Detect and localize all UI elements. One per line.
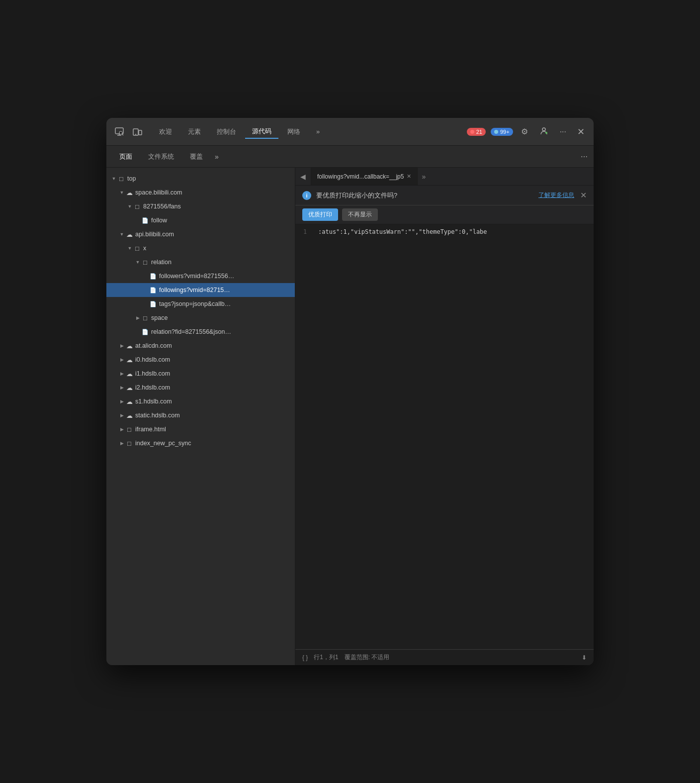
tree-item-relation[interactable]: ▼ □ relation xyxy=(106,255,295,269)
svg-point-6 xyxy=(545,132,547,134)
label-i1-hdslb: i1.hdslb.com xyxy=(135,370,170,377)
tab-elements[interactable]: 元素 xyxy=(181,125,208,138)
tab-network[interactable]: 网络 xyxy=(280,125,307,138)
tab-filesystem[interactable]: 文件系统 xyxy=(141,150,181,163)
tree-item-followings[interactable]: 📄 followings?vmid=82715… xyxy=(106,283,295,297)
editor-tabs: ◀ followings?vmid...callback=__jp5 ✕ » xyxy=(295,168,594,186)
arrow-relation: ▼ xyxy=(134,259,141,266)
label-iframe: iframe.html xyxy=(135,426,166,433)
tree-item-static-hdslb[interactable]: ▶ ☁ static.hdslb.com xyxy=(106,408,295,422)
banner-info-icon: i xyxy=(302,191,311,200)
banner-close-icon[interactable]: ✕ xyxy=(580,191,587,200)
tabbar-right: ⋯ xyxy=(581,153,588,161)
label-tags: tags?jsonp=jsonp&callb… xyxy=(159,300,231,307)
file-icon-followers: 📄 xyxy=(149,272,157,280)
file-tree: ▼ □ top ▼ ☁ space.bilibili.com ▼ □ 82715… xyxy=(106,168,295,665)
tree-item-8271556-fans[interactable]: ▼ □ 8271556/fans xyxy=(106,199,295,213)
tree-item-tags[interactable]: 📄 tags?jsonp=jsonp&callb… xyxy=(106,297,295,311)
close-button[interactable]: ✕ xyxy=(574,125,588,138)
label-fans: 8271556/fans xyxy=(143,203,181,210)
label-followers: followers?vmid=8271556… xyxy=(159,273,234,280)
code-editor[interactable]: 1 :atus":1,"vipStatusWarn":"","themeType… xyxy=(295,224,594,649)
banner-learn-more-link[interactable]: 了解更多信息 xyxy=(538,191,574,199)
tree-item-i2-hdslb[interactable]: ▶ ☁ i2.hdslb.com xyxy=(106,381,295,394)
arrow-i2-hdslb: ▶ xyxy=(118,384,125,391)
label-top: top xyxy=(127,175,136,182)
arrow-static-hdslb: ▶ xyxy=(118,412,125,419)
label-relation-file: relation?fid=8271556&json… xyxy=(151,328,231,335)
settings-icon[interactable]: ⚙ xyxy=(518,126,531,137)
inspect-icon[interactable] xyxy=(112,125,126,139)
banner-actions: 了解更多信息 ✕ xyxy=(538,191,587,200)
label-s1-hdslb: s1.hdslb.com xyxy=(135,398,172,405)
tree-item-i1-hdslb[interactable]: ▶ ☁ i1.hdslb.com xyxy=(106,367,295,381)
editor-tab-filename: followings?vmid...callback=__jp5 xyxy=(317,173,404,180)
status-coverage: 覆盖范围: 不适用 xyxy=(345,653,390,662)
label-static-hdslb: static.hdslb.com xyxy=(135,412,180,419)
error-count: 21 xyxy=(476,129,482,135)
more-tabs-icon[interactable]: » xyxy=(309,126,327,137)
line-content-1: :atus":1,"vipStatusWarn":"","themeType":… xyxy=(318,228,487,235)
warning-badge: 99+ xyxy=(491,128,513,136)
tree-item-followers[interactable]: 📄 followers?vmid=8271556… xyxy=(106,269,295,283)
ellipsis-icon[interactable]: ··· xyxy=(557,126,569,137)
label-x: x xyxy=(143,245,146,252)
tab-overrides[interactable]: 覆盖 xyxy=(183,150,210,163)
editor-back-icon[interactable]: ◀ xyxy=(295,168,311,185)
folder-icon-fans: □ xyxy=(133,202,141,210)
tree-item-follow[interactable]: 📄 follow xyxy=(106,213,295,227)
cloud-icon-alicdn: ☁ xyxy=(125,342,133,350)
cloud-icon-api-bilibili: ☁ xyxy=(125,230,133,238)
label-space: space xyxy=(151,314,168,321)
main-content: ▼ □ top ▼ ☁ space.bilibili.com ▼ □ 82715… xyxy=(106,168,594,665)
file-icon-followings: 📄 xyxy=(149,286,157,294)
warning-dot xyxy=(494,130,498,134)
arrow-top: ▼ xyxy=(110,175,117,182)
folder-icon-space: □ xyxy=(141,314,149,322)
tree-item-s1-hdslb[interactable]: ▶ ☁ s1.hdslb.com xyxy=(106,394,295,408)
folder-icon-top: □ xyxy=(117,175,125,183)
arrow-followers xyxy=(142,273,149,280)
label-relation: relation xyxy=(151,259,172,266)
tab-console[interactable]: 控制台 xyxy=(210,125,243,138)
pretty-print-button[interactable]: 优质打印 xyxy=(302,208,338,221)
tree-item-index-new-pc-sync[interactable]: ▶ □ index_new_pc_sync xyxy=(106,436,295,450)
tree-item-top[interactable]: ▼ □ top xyxy=(106,172,295,186)
svg-rect-3 xyxy=(139,130,142,135)
arrow-i1-hdslb: ▶ xyxy=(118,370,125,377)
device-icon[interactable] xyxy=(130,125,144,139)
arrow-followings xyxy=(142,287,149,294)
editor-active-tab[interactable]: followings?vmid...callback=__jp5 ✕ xyxy=(311,168,418,185)
devtools-window: 欢迎 元素 控制台 源代码 网络 » 21 99+ ⚙ xyxy=(106,118,594,665)
tree-item-iframe[interactable]: ▶ □ iframe.html xyxy=(106,422,295,436)
tree-item-alicdn[interactable]: ▶ ☁ at.alicdn.com xyxy=(106,339,295,353)
tree-item-api-bilibili[interactable]: ▼ ☁ api.bilibili.com xyxy=(106,227,295,241)
titlebar: 欢迎 元素 控制台 源代码 网络 » 21 99+ ⚙ xyxy=(106,118,594,146)
dismiss-button[interactable]: 不再显示 xyxy=(342,208,378,221)
pretty-print-banner: i 要优质打印此缩小的文件吗? 了解更多信息 ✕ xyxy=(295,186,594,205)
tree-item-relation-file[interactable]: 📄 relation?fid=8271556&json… xyxy=(106,325,295,339)
tree-item-space-bilibili[interactable]: ▼ ☁ space.bilibili.com xyxy=(106,186,295,199)
secondary-tabbar: 页面 文件系统 覆盖 » ⋯ xyxy=(106,146,594,168)
tree-item-i0-hdslb[interactable]: ▶ ☁ i0.hdslb.com xyxy=(106,353,295,367)
profile-icon[interactable] xyxy=(536,125,552,139)
download-icon: ⬇ xyxy=(582,654,587,661)
arrow-follow xyxy=(134,217,141,224)
status-braces[interactable]: { } xyxy=(302,654,308,661)
tree-item-x[interactable]: ▼ □ x xyxy=(106,241,295,255)
editor-tab-close[interactable]: ✕ xyxy=(407,173,411,180)
editor-panel: ◀ followings?vmid...callback=__jp5 ✕ » i… xyxy=(295,168,594,665)
tabbar-more-icon[interactable]: » xyxy=(212,152,222,162)
arrow-space-bilibili: ▼ xyxy=(118,189,125,196)
error-badge: 21 xyxy=(467,128,486,136)
tab-page[interactable]: 页面 xyxy=(112,150,139,163)
tab-sources[interactable]: 源代码 xyxy=(245,125,278,139)
arrow-api-bilibili: ▼ xyxy=(118,231,125,238)
tab-welcome[interactable]: 欢迎 xyxy=(152,125,179,138)
tree-item-space[interactable]: ▶ □ space xyxy=(106,311,295,325)
label-follow: follow xyxy=(151,217,167,224)
tabbar-options-icon[interactable]: ⋯ xyxy=(581,153,588,161)
editor-tabs-more[interactable]: » xyxy=(418,173,430,181)
label-index-new-pc-sync: index_new_pc_sync xyxy=(135,440,191,447)
status-download[interactable]: ⬇ xyxy=(582,654,587,661)
